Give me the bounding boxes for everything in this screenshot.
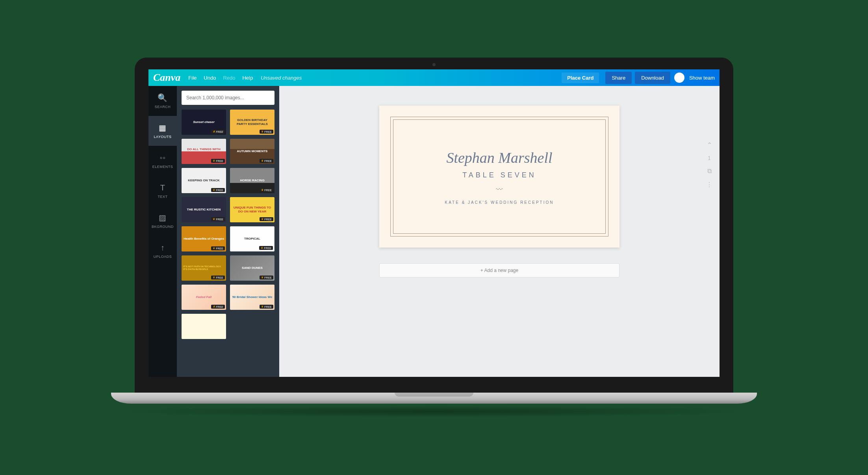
menu-file[interactable]: File bbox=[188, 75, 197, 81]
template-item[interactable]: 50 Bridal Shower Ideas WeFREE bbox=[230, 285, 274, 310]
free-badge: FREE bbox=[211, 305, 225, 309]
card-border-inner: Stephan Marshell TABLE SEVEN 〰 KATE & JA… bbox=[393, 119, 606, 234]
page-tools: ⌃ 1 ⧉ ⋮ bbox=[706, 141, 712, 188]
show-team-button[interactable]: Show team bbox=[689, 75, 715, 81]
camera-icon bbox=[432, 63, 436, 66]
page-number: 1 bbox=[708, 155, 711, 161]
template-item[interactable]: UNIQUE FUN THINGS TO DO ON NEW YEARFREE bbox=[230, 197, 274, 222]
template-item[interactable]: KEEPING ON TRACKFREE bbox=[182, 168, 226, 193]
copy-icon[interactable]: ⧉ bbox=[707, 168, 712, 175]
free-badge: FREE bbox=[260, 159, 273, 163]
free-badge: FREE bbox=[211, 188, 225, 192]
nav-bkground[interactable]: ▨ BKGROUND bbox=[148, 206, 177, 236]
search-input[interactable] bbox=[182, 91, 274, 105]
main-area: 🔍 SEARCH ▦ LAYOUTS ◦◦ ELEMENTS T TEXT bbox=[148, 86, 720, 377]
template-item[interactable] bbox=[182, 314, 226, 339]
laptop-frame: Canva File Undo Redo Help Unsaved change… bbox=[135, 58, 733, 417]
left-nav: 🔍 SEARCH ▦ LAYOUTS ◦◦ ELEMENTS T TEXT bbox=[148, 86, 177, 377]
add-page-button[interactable]: + Add a new page bbox=[379, 263, 619, 278]
laptop-screen-bezel: Canva File Undo Redo Help Unsaved change… bbox=[135, 58, 733, 393]
free-badge: FREE bbox=[211, 276, 225, 279]
template-item[interactable]: SAND DUNESFREE bbox=[230, 255, 274, 281]
unsaved-changes-label: Unsaved changes bbox=[261, 75, 302, 81]
document-title[interactable]: Place Card bbox=[562, 73, 599, 83]
layouts-panel: Sunset chaserFREE GOLDEN BIRTHDAY PARTY … bbox=[177, 86, 279, 377]
menu-bar: File Undo Redo Help bbox=[188, 75, 253, 81]
uploads-icon: ↑ bbox=[161, 243, 165, 252]
nav-layouts[interactable]: ▦ LAYOUTS bbox=[148, 116, 177, 146]
template-item[interactable]: Faded FallFREE bbox=[182, 285, 226, 310]
dots-icon[interactable]: ⋮ bbox=[706, 181, 712, 188]
nav-bkground-label: BKGROUND bbox=[152, 225, 174, 229]
nav-search-label: SEARCH bbox=[155, 105, 171, 109]
nav-elements-label: ELEMENTS bbox=[152, 165, 173, 169]
app-window: Canva File Undo Redo Help Unsaved change… bbox=[148, 69, 720, 377]
card-name-text[interactable]: Stephan Marshell bbox=[446, 149, 552, 166]
menu-undo[interactable]: Undo bbox=[204, 75, 216, 81]
template-item[interactable]: Sunset chaserFREE bbox=[182, 110, 226, 135]
nav-uploads[interactable]: ↑ UPLOADS bbox=[148, 236, 177, 266]
laptop-shadow bbox=[103, 406, 765, 417]
search-icon: 🔍 bbox=[158, 93, 168, 102]
nav-uploads-label: UPLOADS bbox=[154, 255, 172, 259]
design-canvas[interactable]: Stephan Marshell TABLE SEVEN 〰 KATE & JA… bbox=[379, 106, 619, 248]
elements-icon: ◦◦ bbox=[160, 153, 165, 162]
templates-grid: Sunset chaserFREE GOLDEN BIRTHDAY PARTY … bbox=[182, 110, 274, 339]
card-subtitle-text[interactable]: KATE & JACK'S WEDDING RECEPTION bbox=[445, 200, 554, 205]
free-badge: FREE bbox=[260, 276, 273, 279]
canva-logo[interactable]: Canva bbox=[153, 72, 180, 84]
nav-text[interactable]: T TEXT bbox=[148, 176, 177, 206]
template-item[interactable]: DO ALL THINGS WITH LOVEFREE bbox=[182, 139, 226, 164]
template-item[interactable]: AUTUMN MOMENTSFREE bbox=[230, 139, 274, 164]
text-icon: T bbox=[160, 183, 165, 192]
free-badge: FREE bbox=[260, 217, 273, 221]
template-item[interactable]: Health Benefits of OrangesFREE bbox=[182, 226, 226, 251]
arrow-up-icon[interactable]: ⌃ bbox=[707, 141, 712, 149]
bkground-icon: ▨ bbox=[159, 213, 167, 222]
nav-elements[interactable]: ◦◦ ELEMENTS bbox=[148, 146, 177, 176]
layouts-icon: ▦ bbox=[159, 123, 167, 132]
nav-search[interactable]: 🔍 SEARCH bbox=[148, 86, 177, 116]
template-item[interactable]: GOLDEN BIRTHDAY PARTY ESSENTIALSFREE bbox=[230, 110, 274, 135]
share-button[interactable]: Share bbox=[605, 72, 632, 84]
free-badge: FREE bbox=[211, 159, 225, 163]
card-border-outer: Stephan Marshell TABLE SEVEN 〰 KATE & JA… bbox=[390, 117, 608, 237]
free-badge: FREE bbox=[260, 188, 273, 192]
menu-redo[interactable]: Redo bbox=[223, 75, 235, 81]
laptop-base bbox=[111, 393, 757, 404]
menu-help[interactable]: Help bbox=[242, 75, 253, 81]
free-badge: FREE bbox=[260, 130, 273, 134]
template-item[interactable]: HORSE RACINGFREE bbox=[230, 168, 274, 193]
canvas-area: ⌃ 1 ⧉ ⋮ Stephan Marshell TABLE SEVEN 〰 K… bbox=[279, 86, 720, 377]
free-badge: FREE bbox=[211, 130, 225, 134]
avatar[interactable] bbox=[674, 73, 684, 83]
free-badge: FREE bbox=[259, 246, 273, 250]
flourish-icon: 〰 bbox=[496, 186, 503, 194]
template-item[interactable]: THE RUSTIC KITCHENFREE bbox=[182, 197, 226, 222]
nav-layouts-label: LAYOUTS bbox=[154, 135, 172, 139]
nav-text-label: TEXT bbox=[158, 195, 167, 199]
template-item[interactable]: TROPICALFREE bbox=[230, 226, 274, 251]
card-table-text[interactable]: TABLE SEVEN bbox=[462, 171, 536, 179]
download-button[interactable]: Download bbox=[635, 72, 670, 84]
template-item[interactable]: IT'S NOT FAITH IN TECHNOLOGY. IT'S FAITH… bbox=[182, 255, 226, 281]
free-badge: FREE bbox=[211, 246, 225, 250]
free-badge: FREE bbox=[211, 217, 225, 221]
free-badge: FREE bbox=[260, 305, 273, 309]
top-bar: Canva File Undo Redo Help Unsaved change… bbox=[148, 69, 720, 86]
